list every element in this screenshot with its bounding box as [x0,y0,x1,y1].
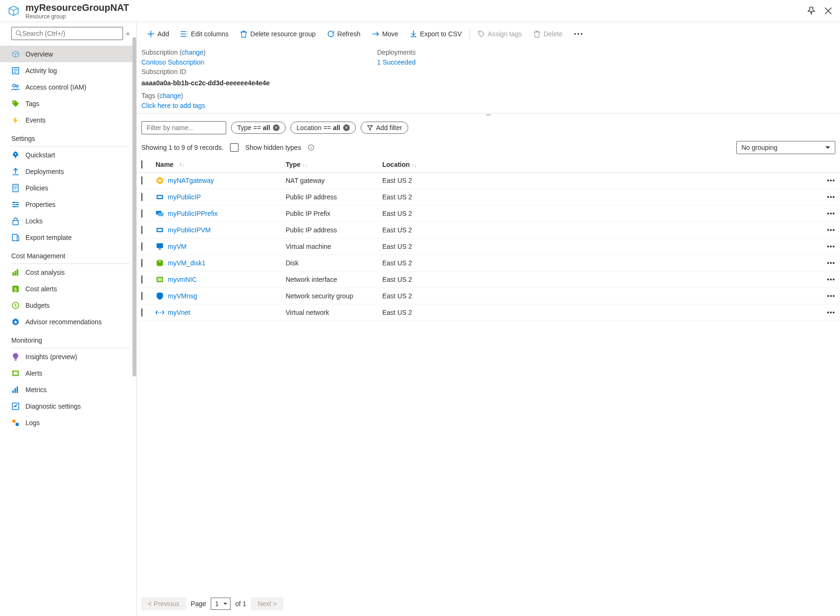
add-tags-link[interactable]: Click here to add tags [141,102,377,109]
row-checkbox[interactable] [141,242,142,251]
svg-rect-15 [16,269,18,276]
row-more-button[interactable]: ••• [821,177,835,184]
sidebar-item-locks[interactable]: Locks [0,213,136,229]
resource-link[interactable]: myPublicIP [168,193,201,201]
row-checkbox[interactable] [141,308,142,317]
search-input[interactable] [22,30,119,37]
edit-columns-button[interactable]: Edit columns [175,27,234,41]
sidebar-item-cost-analysis[interactable]: Cost analysis [0,264,136,280]
table-header-row: Name↑↓ Type↑↓ Location↑↓ [137,157,840,172]
table-row[interactable]: myVMVirtual machineEast US 2••• [137,238,840,255]
sidebar-item-access-control-iam-[interactable]: Access control (IAM) [0,79,136,95]
refresh-button[interactable]: Refresh [321,27,366,41]
table-row[interactable]: myPublicIPVMPublic IP addressEast US 2••… [137,222,840,238]
delete-rg-button[interactable]: Delete resource group [234,27,321,41]
sidebar-item-metrics[interactable]: Metrics [0,381,136,398]
sidebar-item-quickstart[interactable]: Quickstart [0,147,136,163]
table-row[interactable]: myNATgatewayNAT gatewayEast US 2••• [137,172,840,189]
type-column-header[interactable]: Type↑↓ [286,161,382,168]
row-more-button[interactable]: ••• [821,259,835,267]
row-more-button[interactable]: ••• [821,292,835,300]
resource-link[interactable]: myVnet [168,309,190,316]
table-row[interactable]: myVM_disk1DiskEast US 2••• [137,255,840,271]
resource-location: East US 2 [382,210,821,217]
row-more-button[interactable]: ••• [821,210,835,217]
deployments-link[interactable]: 1 Succeeded [377,58,613,66]
svg-point-28 [12,419,16,423]
row-more-button[interactable]: ••• [821,276,835,283]
type-filter-pill[interactable]: Type == all✕ [231,122,286,134]
select-all-checkbox[interactable] [141,160,142,169]
clear-type-filter-icon[interactable]: ✕ [273,124,280,131]
row-checkbox[interactable] [141,259,142,267]
sidebar-item-properties[interactable]: Properties [0,196,136,213]
bolt-icon [11,116,20,124]
row-checkbox[interactable] [141,209,142,218]
location-column-header[interactable]: Location↑↓ [382,161,821,168]
export-csv-button[interactable]: Export to CSV [404,27,468,41]
more-button[interactable]: ••• [568,27,589,41]
sidebar-scrollbar[interactable] [132,37,136,616]
add-filter-button[interactable]: Add filter [361,122,408,134]
pin-icon[interactable] [807,7,815,15]
collapse-sidebar-icon[interactable]: « [126,30,130,37]
vm-icon [156,242,164,251]
sidebar-item-alerts[interactable]: Alerts [0,365,136,381]
sidebar-item-deployments[interactable]: Deployments [0,163,136,180]
change-tags-link[interactable]: change [159,92,181,99]
resource-link[interactable]: myPublicIPVM [168,226,211,234]
row-checkbox[interactable] [141,226,142,234]
resource-link[interactable]: myNATgateway [168,177,214,184]
resource-link[interactable]: myVMnsg [168,292,197,300]
table-row[interactable]: myVnetVirtual networkEast US 2••• [137,304,840,321]
table-row[interactable]: myvmNICNetwork interfaceEast US 2••• [137,271,840,288]
info-icon[interactable] [308,144,314,151]
resource-link[interactable]: myPublicIPPrefix [168,210,218,217]
sidebar-search[interactable] [11,27,123,40]
location-filter-pill[interactable]: Location == all✕ [290,122,356,134]
collapse-essentials-icon[interactable]: ︽ [486,110,491,117]
row-more-button[interactable]: ••• [821,243,835,250]
sidebar-item-logs[interactable]: Logs [0,414,136,431]
grouping-select[interactable]: No grouping [736,141,835,154]
row-more-button[interactable]: ••• [821,309,835,316]
sidebar-item-events[interactable]: Events [0,112,136,128]
row-checkbox[interactable] [141,275,142,284]
row-more-button[interactable]: ••• [821,193,835,201]
subscription-name-link[interactable]: Contoso Subscription [141,58,377,66]
sidebar-item-tags[interactable]: Tags [0,95,136,112]
clear-location-filter-icon[interactable]: ✕ [343,124,350,131]
sidebar-item-policies[interactable]: Policies [0,180,136,196]
table-row[interactable]: myVMnsgNetwork security groupEast US 2••… [137,288,840,304]
sidebar-item-diagnostic-settings[interactable]: Diagnostic settings [0,398,136,414]
resource-link[interactable]: myVM_disk1 [168,259,206,267]
show-hidden-checkbox[interactable] [230,143,239,152]
sidebar-item-advisor-recommendations[interactable]: Advisor recommendations [0,313,136,330]
essentials-panel: Subscription (change) Contoso Subscripti… [137,46,840,113]
change-subscription-link[interactable]: change [182,49,204,56]
add-button[interactable]: Add [141,27,175,41]
svg-rect-39 [159,249,161,250]
sidebar-item-label: Overview [25,50,53,58]
cube-icon [11,50,20,58]
close-icon[interactable] [824,7,832,15]
table-row[interactable]: myPublicIPPublic IP addressEast US 2••• [137,189,840,205]
resource-link[interactable]: myVM [168,243,187,250]
sidebar-item-export-template[interactable]: Export template [0,229,136,246]
sidebar-item-activity-log[interactable]: Activity log [0,62,136,79]
move-button[interactable]: Move [366,27,404,41]
row-checkbox[interactable] [141,176,142,185]
sidebar-item-cost-alerts[interactable]: $Cost alerts [0,280,136,297]
resource-link[interactable]: myvmNIC [168,276,197,283]
sidebar-item-label: Quickstart [25,151,55,159]
row-more-button[interactable]: ••• [821,226,835,234]
sidebar-item-overview[interactable]: Overview [0,46,136,62]
row-checkbox[interactable] [141,292,142,300]
name-column-header[interactable]: Name↑↓ [156,161,286,168]
page-select[interactable]: 1 [211,598,231,610]
sidebar-item-budgets[interactable]: $Budgets [0,297,136,313]
filter-name-input[interactable] [141,121,226,134]
sidebar-item-insights-preview-[interactable]: Insights (preview) [0,348,136,365]
table-row[interactable]: myPublicIPPrefixPublic IP PrefixEast US … [137,205,840,222]
row-checkbox[interactable] [141,193,142,201]
